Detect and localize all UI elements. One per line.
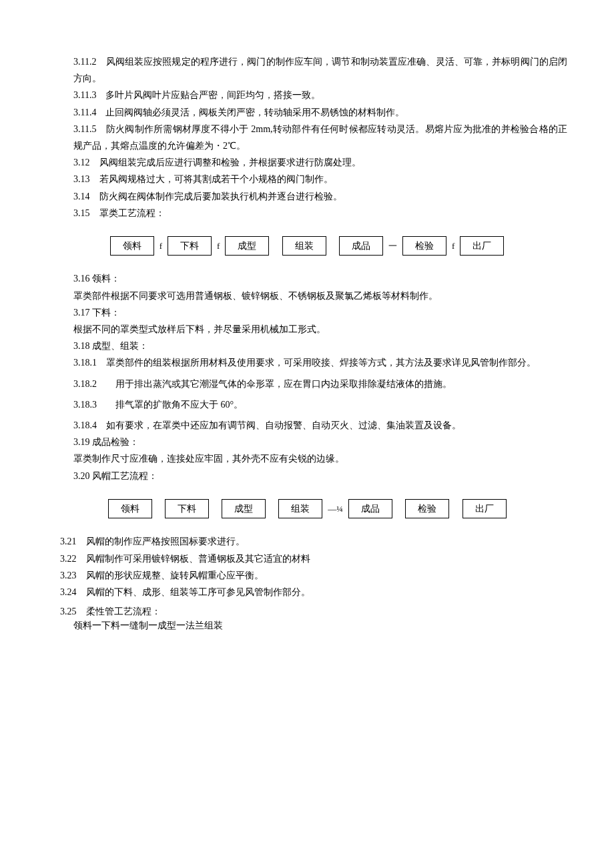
para-3-18-4: 3.18.4 如有要求，在罩类中还应加有调节阀、自动报警、自动灭火、过滤、集油装… <box>47 417 567 434</box>
para-3-16-head: 3.16 领料： <box>47 270 567 287</box>
flow2-sep-3 <box>270 501 274 516</box>
flow2-box-6: 检验 <box>405 499 449 519</box>
para-3-22: 3.22 风帽制作可采用镀锌钢板、普通钢板及其它适宜的材料 <box>47 550 567 567</box>
para-3-11-4: 3.11.4 止回阀阀轴必须灵活，阀板关闭严密，转动轴采用不易锈蚀的材料制作。 <box>47 104 567 121</box>
flow1-sep-5: 一 <box>387 238 398 254</box>
flow1-sep-1: f <box>158 238 164 254</box>
para-3-11-2: 3.11.2 风阀组装应按照规定的程序进行，阀门的制作应车间，调节和制动装置应准… <box>47 53 567 87</box>
flow2-sep-6 <box>453 501 458 516</box>
para-3-25-head: 3.25 柔性管工艺流程： <box>47 604 567 618</box>
flow2-box-2: 下料 <box>165 499 209 519</box>
para-3-20: 3.20 风帽工艺流程： <box>47 468 567 484</box>
para-3-19-body: 罩类制作尺寸应准确，连接处应牢固，其外壳不应有尖锐的边缘。 <box>47 450 567 467</box>
para-3-11-5: 3.11.5 防火阀制作所需钢材厚度不得小于 2mm,转动部件有任何时候都应转动… <box>47 121 567 154</box>
para-3-12: 3.12 风阀组装完成后应进行调整和检验，并根据要求进行防腐处理。 <box>47 154 567 171</box>
flow2-box-7: 出厂 <box>463 499 507 519</box>
para-3-21: 3.21 风帽的制作应严格按照国标要求进行。 <box>47 533 567 550</box>
para-3-17-body: 根据不同的罩类型式放样后下料，并尽量采用机械加工形式。 <box>47 321 567 338</box>
flow1-box-4: 组装 <box>282 236 326 256</box>
flow1-sep-6: f <box>450 238 456 254</box>
flowchart-2: 领料 下料 成型 组装 —¼ 成品 检验 出厂 <box>47 499 567 519</box>
flow1-sep-3 <box>273 238 278 254</box>
para-3-23: 3.23 风帽的形状应规整、旋转风帽重心应平衡。 <box>47 567 567 584</box>
para-3-11-3: 3.11.3 多叶片风阀叶片应贴合严密，间距均匀，搭接一致。 <box>47 87 567 103</box>
flow2-box-1: 领料 <box>108 499 152 519</box>
para-3-16-body: 罩类部件根据不同要求可选用普通钢板、镀锌钢板、不锈钢板及聚氯乙烯板等材料制作。 <box>47 288 567 304</box>
para-3-17-head: 3.17 下料： <box>47 304 567 321</box>
flow2-box-4: 组装 <box>278 499 322 519</box>
flow1-box-2: 下料 <box>168 236 212 256</box>
flow2-sep-1 <box>156 501 161 516</box>
para-3-18-head: 3.18 成型、组装： <box>47 338 567 354</box>
para-3-18-1: 3.18.1 罩类部件的组装根据所用材料及使用要求，可采用咬接、焊接等方式，其方… <box>47 354 567 371</box>
para-3-14: 3.14 防火阀在阀体制作完成后要加装执行机构并逐台进行检验。 <box>47 188 567 205</box>
flow1-box-6: 检验 <box>402 236 446 256</box>
para-3-25-body: 领料一下料一缝制一成型一法兰组装 <box>47 618 567 632</box>
para-3-18-2: 3.18.2 用于排出蒸汽或其它潮湿气体的伞形罩，应在胃口内边采取排除凝结液体的… <box>47 376 567 392</box>
flow2-box-5: 成品 <box>348 499 392 519</box>
flow1-box-1: 领料 <box>110 236 154 256</box>
para-3-19-head: 3.19 成品检验： <box>47 434 567 450</box>
flowchart-1: 领料 f 下料 f 成型 组装 成品 一 检验 f 出厂 <box>47 236 567 256</box>
flow1-box-7: 出厂 <box>460 236 504 256</box>
para-3-13: 3.13 若风阀规格过大，可将其割成若干个小规格的阀门制作。 <box>47 171 567 187</box>
para-3-24: 3.24 风帽的下料、成形、组装等工序可参见风管制作部分。 <box>47 584 567 600</box>
flow2-box-3: 成型 <box>222 499 266 519</box>
para-3-18-3: 3.18.3 排气罩的扩散角不应大于 60°。 <box>47 396 567 413</box>
para-3-15: 3.15 罩类工艺流程： <box>47 205 567 222</box>
flow1-box-3: 成型 <box>225 236 269 256</box>
flow1-sep-2: f <box>216 238 221 254</box>
flow2-sep-4: —¼ <box>326 501 344 516</box>
flow1-sep-4 <box>330 238 335 254</box>
flow1-box-5: 成品 <box>339 236 383 256</box>
flow2-sep-5 <box>396 501 401 516</box>
flow2-sep-2 <box>213 501 218 516</box>
